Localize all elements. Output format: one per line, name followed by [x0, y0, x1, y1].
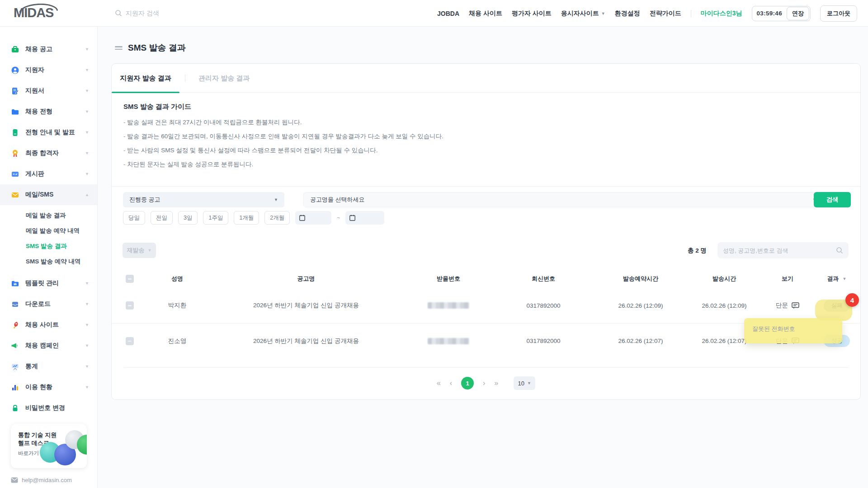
- table-search[interactable]: [717, 242, 849, 258]
- session-timer: 03:59:46: [757, 10, 782, 17]
- message-bubble-icon: [792, 302, 799, 309]
- sort-caret-icon[interactable]: ▼: [843, 277, 847, 281]
- user-name[interactable]: 마이다스인3님: [701, 9, 742, 18]
- nav-evaluator-site[interactable]: 평가자 사이트: [512, 9, 552, 18]
- nav-settings[interactable]: 환경설정: [615, 9, 640, 18]
- submenu-mail-results[interactable]: 메일 발송 결과: [0, 208, 97, 223]
- document-pencil-icon: [11, 87, 19, 95]
- pagination: « ‹ 1 › » 10 ▼: [112, 375, 860, 391]
- quick-range-2months[interactable]: 2개월: [264, 211, 290, 225]
- extend-session-button[interactable]: 연장: [787, 7, 809, 20]
- person-icon: [11, 66, 19, 75]
- sidebar-item-final-passers[interactable]: 최종 합격자 ▼: [0, 143, 97, 164]
- submenu-mail-scheduled[interactable]: 메일 발송 예약 내역: [0, 223, 97, 239]
- page-size-select[interactable]: 10 ▼: [514, 376, 535, 390]
- next-page-icon[interactable]: ›: [483, 380, 485, 387]
- submenu-sms-scheduled[interactable]: SMS 발송 예약 내역: [0, 254, 97, 269]
- row-checkbox[interactable]: [126, 301, 134, 310]
- cell-scheduled-time: 26.02.26 (12:09): [595, 302, 686, 309]
- sidebar-item-job-postings[interactable]: 채용 공고 ▼: [0, 39, 97, 60]
- sidebar-item-change-password[interactable]: 비밀번호 변경: [0, 398, 97, 418]
- header-nav: JOBDA 채용 사이트 평가자 사이트 응시자사이트▼ 환경설정 전략가이드 …: [437, 0, 857, 27]
- announcement-dropdown[interactable]: 공고명을 선택하세요 ▼: [303, 192, 823, 207]
- midas-logo[interactable]: MIDAS: [14, 5, 81, 22]
- nav-applicant-site[interactable]: 응시자사이트▼: [561, 9, 605, 18]
- search-icon: [115, 9, 122, 17]
- status-dropdown[interactable]: 진행중 공고 ▼: [123, 192, 284, 207]
- sidebar-item-recruit-process[interactable]: 채용 전형 ▼: [0, 101, 97, 122]
- sidebar-item-board[interactable]: 게시판 ▼: [0, 164, 97, 184]
- drawer-icon: [11, 300, 19, 309]
- logout-button[interactable]: 로그아웃: [820, 5, 857, 22]
- nav-jobda[interactable]: JOBDA: [437, 10, 459, 17]
- resend-button[interactable]: 재발송 ▼: [123, 243, 156, 258]
- table-search-input[interactable]: [723, 247, 836, 254]
- date-range-separator: ~: [337, 215, 340, 221]
- quick-range-1month[interactable]: 1개월: [234, 211, 259, 225]
- current-page-button[interactable]: 1: [461, 377, 474, 389]
- megaphone-icon: [11, 342, 19, 350]
- main-content: SMS 발송 결과 지원자 발송 결과 관리자 발송 결과 SMS 발송 결과 …: [98, 27, 868, 488]
- sidebar-item-downloads[interactable]: 다운로드 ▼: [0, 294, 97, 314]
- helpdesk-banner-link[interactable]: 바로가기 ›: [18, 450, 42, 457]
- sidebar-item-applications[interactable]: 지원서 ▼: [0, 80, 97, 101]
- guide-bullet: 발송 결과는 60일간 보관되며, 이동통신사 사정으로 인해 발송이 지연될 …: [123, 132, 849, 141]
- chevron-down-icon: ▼: [85, 130, 89, 135]
- calendar-icon: [349, 215, 355, 221]
- table-toolbar: 재발송 ▼ 총 2 명: [123, 242, 849, 259]
- nav-recruit-site[interactable]: 채용 사이트: [469, 9, 502, 18]
- col-result: 결과▼: [812, 275, 861, 283]
- medal-icon: [11, 149, 19, 158]
- date-to-input[interactable]: [345, 211, 384, 225]
- chevron-down-icon: ▼: [85, 172, 89, 176]
- sidebar-item-applicants[interactable]: 지원자 ▼: [0, 60, 97, 80]
- session-timer-box: 03:59:46 연장: [752, 6, 811, 21]
- quick-range-today[interactable]: 당일: [123, 211, 145, 225]
- tab-applicant-results[interactable]: 지원자 발송 결과: [112, 64, 179, 93]
- global-search-input[interactable]: [126, 9, 221, 17]
- first-page-icon[interactable]: «: [437, 380, 441, 387]
- date-from-input[interactable]: [295, 211, 331, 225]
- sidebar-item-guidance-announcement[interactable]: 전형 안내 및 발표 ▼: [0, 122, 97, 143]
- submenu-sms-results[interactable]: SMS 발송 결과: [0, 239, 97, 254]
- quick-range-3days[interactable]: 3일: [178, 211, 198, 225]
- quick-range-1week[interactable]: 1주일: [203, 211, 228, 225]
- cell-scheduled-time: 26.02.26 (12:07): [595, 338, 686, 344]
- select-all-checkbox[interactable]: [126, 275, 134, 283]
- chevron-down-icon: ▼: [85, 89, 89, 93]
- nav-strategy-guide[interactable]: 전략가이드: [650, 9, 681, 18]
- prev-page-icon[interactable]: ‹: [450, 380, 452, 387]
- sidebar-item-statistics[interactable]: 통계 ▼: [0, 356, 97, 377]
- helpdesk-banner[interactable]: 통합 기술 지원 헬프 데스크 바로가기 ›: [11, 424, 87, 468]
- chevron-down-icon: ▼: [85, 302, 89, 306]
- app: MIDAS JOBDA 채용 사이트 평가자 사이트 응시자사이트▼ 환경설정 …: [0, 0, 868, 488]
- nav-divider: [691, 10, 691, 17]
- chevron-down-icon: ▼: [274, 197, 278, 202]
- cell-view[interactable]: 단문: [763, 301, 812, 310]
- chevron-up-icon: ▲: [85, 192, 89, 197]
- masked-phone-number: [428, 302, 469, 309]
- global-search[interactable]: [115, 6, 232, 20]
- sidebar-item-recruit-campaign[interactable]: 채용 캠페인 ▼: [0, 335, 97, 356]
- chevron-down-icon: ▼: [85, 281, 89, 286]
- board-icon: [11, 170, 19, 178]
- cell-announcement: 2026년 하반기 체솔기업 신입 공개채용: [207, 337, 406, 345]
- results-table: 성명 공고명 받을번호 회신번호 발송예약시간 발송시간 보기 결과▼ 박지환 …: [112, 270, 860, 358]
- support-email[interactable]: help@midasin.com: [11, 477, 72, 483]
- chevron-down-icon: ▼: [85, 343, 89, 348]
- row-checkbox[interactable]: [126, 337, 134, 345]
- sidebar-item-template-management[interactable]: 템플릿 관리 ▼: [0, 273, 97, 294]
- quick-range-yesterday[interactable]: 전일: [151, 211, 173, 225]
- last-page-icon[interactable]: »: [494, 380, 498, 387]
- chevron-down-icon: ▼: [85, 47, 89, 52]
- sidebar-item-mail-sms[interactable]: 메일/SMS ▲: [0, 184, 97, 205]
- sidebar-item-recruit-site[interactable]: 채용 사이트 ▼: [0, 314, 97, 335]
- sidebar-item-usage-status[interactable]: 이용 현황 ▼: [0, 377, 97, 398]
- support-email-text: help@midasin.com: [22, 477, 72, 483]
- mail-sms-submenu: 메일 발송 결과 메일 발송 예약 내역 SMS 발송 결과 SMS 발송 예약…: [0, 205, 97, 273]
- tab-admin-results[interactable]: 관리자 발송 결과: [194, 64, 254, 93]
- chevron-down-icon: ▼: [85, 364, 89, 369]
- chevron-down-icon: ▼: [85, 385, 89, 389]
- chevron-down-icon: ▼: [601, 11, 605, 16]
- search-button[interactable]: 검색: [814, 192, 851, 207]
